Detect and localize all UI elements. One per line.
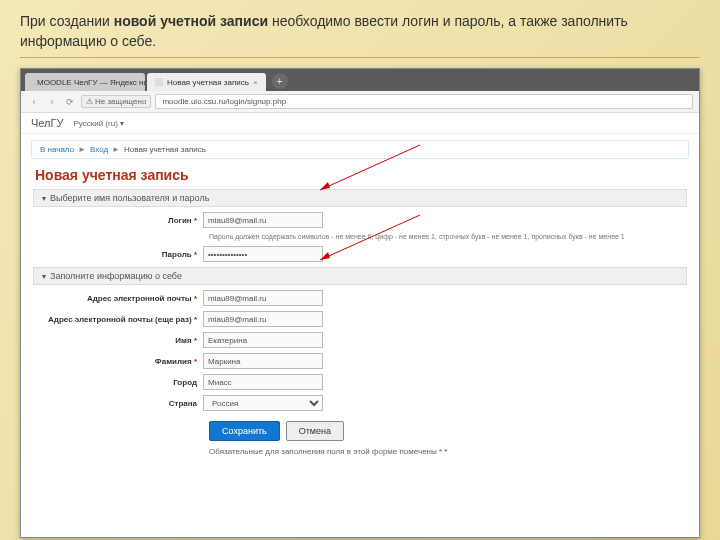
new-tab-button[interactable]: +: [272, 73, 288, 89]
forward-button[interactable]: ›: [45, 95, 59, 109]
legend-about[interactable]: ▾ Заполните информацию о себе: [33, 267, 687, 285]
firstname-input[interactable]: [203, 332, 323, 348]
email2-input[interactable]: [203, 311, 323, 327]
lastname-label: Фамилия *: [43, 357, 203, 366]
url-input[interactable]: moodle.uio.csu.ru/login/signup.php: [155, 94, 693, 109]
page-title: Новая учетная запись: [35, 167, 685, 183]
tab-bar: MOODLE ЧелГУ — Яндекс наш... Новая учетн…: [21, 69, 699, 91]
back-button[interactable]: ‹: [27, 95, 41, 109]
button-row: Сохранить Отмена: [209, 421, 687, 441]
email2-label: Адрес электронной почты (еще раз) *: [43, 315, 203, 324]
password-input[interactable]: [203, 246, 323, 262]
required-note: Обязательные для заполнения поля в этой …: [209, 447, 687, 456]
legend-credentials[interactable]: ▾ Выберите имя пользователя и пароль: [33, 189, 687, 207]
slide-caption: При создании новой учетной записи необхо…: [20, 12, 700, 58]
browser-tab[interactable]: MOODLE ЧелГУ — Яндекс наш...: [25, 73, 145, 91]
reload-button[interactable]: ⟳: [63, 95, 77, 109]
fieldset-about: ▾ Заполните информацию о себе Адрес элек…: [33, 267, 687, 456]
chevron-down-icon: ▾: [42, 272, 46, 281]
site-header: ЧелГУ Русский (ru) ▾: [21, 113, 699, 134]
login-label: Логин *: [43, 216, 203, 225]
country-select[interactable]: Россия: [203, 395, 323, 411]
breadcrumb-login[interactable]: Вход: [90, 145, 108, 154]
save-button[interactable]: Сохранить: [209, 421, 280, 441]
breadcrumb: В начало ► Вход ► Новая учетная запись: [31, 140, 689, 159]
city-label: Город: [43, 378, 203, 387]
country-label: Страна: [43, 399, 203, 408]
breadcrumb-home[interactable]: В начало: [40, 145, 74, 154]
chevron-right-icon: ►: [112, 145, 120, 154]
login-input[interactable]: [203, 212, 323, 228]
cancel-button[interactable]: Отмена: [286, 421, 344, 441]
email-label: Адрес электронной почты *: [43, 294, 203, 303]
firstname-label: Имя *: [43, 336, 203, 345]
security-badge[interactable]: ⚠ Не защищено: [81, 95, 151, 108]
fieldset-credentials: ▾ Выберите имя пользователя и пароль Лог…: [33, 189, 687, 262]
password-label: Пароль *: [43, 250, 203, 259]
page-icon: [155, 78, 163, 86]
password-hint: Пароль должен содержать символов - не ме…: [209, 233, 687, 240]
chevron-right-icon: ►: [78, 145, 86, 154]
warning-icon: ⚠: [86, 97, 93, 106]
lastname-input[interactable]: [203, 353, 323, 369]
breadcrumb-current: Новая учетная запись: [124, 145, 206, 154]
chevron-down-icon: ▾: [42, 194, 46, 203]
language-selector[interactable]: Русский (ru) ▾: [73, 119, 124, 128]
email-input[interactable]: [203, 290, 323, 306]
site-title: ЧелГУ: [31, 117, 63, 129]
close-icon[interactable]: ×: [253, 78, 258, 87]
browser-window: MOODLE ЧелГУ — Яндекс наш... Новая учетн…: [20, 68, 700, 538]
browser-tab-active[interactable]: Новая учетная запись ×: [147, 73, 266, 91]
city-input[interactable]: [203, 374, 323, 390]
address-bar: ‹ › ⟳ ⚠ Не защищено moodle.uio.csu.ru/lo…: [21, 91, 699, 113]
